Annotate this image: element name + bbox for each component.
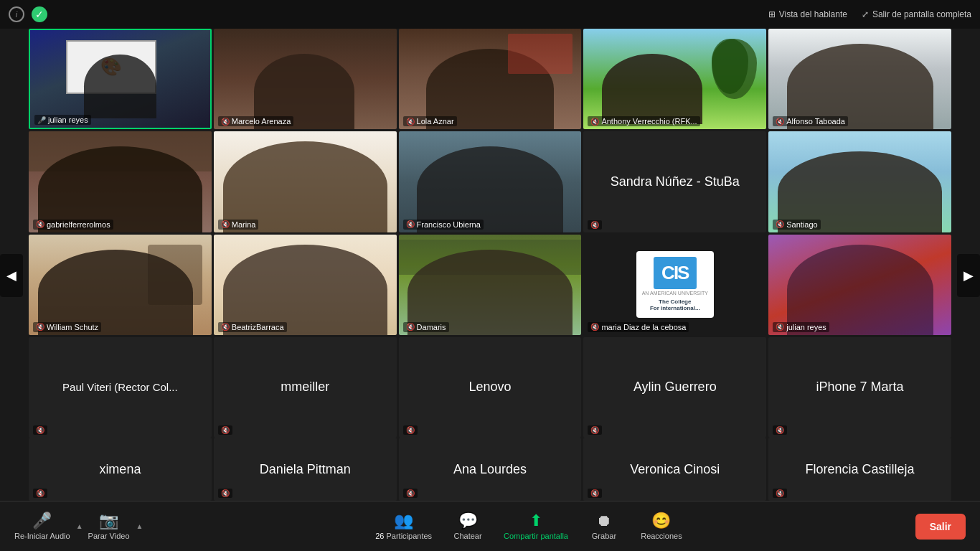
share-screen-btn[interactable]: ⬆ Compartir pantalla [504,513,568,540]
participant-name-beatriz: BeatrizBarraca [232,323,284,331]
participant-label-paul: 🔇 [33,425,47,435]
mute-icon-ximena: 🔇 [36,489,44,497]
participant-label-santiago: 🔇 Santiago [773,220,820,230]
video-cell-damaris[interactable]: 🔇 Damaris [399,235,582,335]
mute-icon-marcelo: 🔇 [221,118,230,126]
mute-icon-beatriz: 🔇 [221,323,230,331]
video-cell-marina[interactable]: 🔇 Marina [214,131,397,232]
record-label: Grabar [592,532,616,540]
fullscreen-btn[interactable]: ⤢ Salir de pantalla completa [862,9,971,19]
exit-button[interactable]: Salir [915,514,966,540]
participant-label-francisco: 🔇 Francisco Ubierna [403,220,484,230]
video-cell-ximena[interactable]: ximena 🔇 [29,438,212,501]
participant-name-francisco: Francisco Ubierna [417,220,481,229]
ximena-name: ximena [92,455,148,484]
reactions-label: Reacciones [641,532,682,540]
mute-icon-mmeiller: 🔇 [221,426,230,434]
video-cell-ana-lourdes[interactable]: Ana Lourdes 🔇 [399,438,582,501]
mute-icon-maria: 🔇 [590,323,599,331]
mute-icon-lenovo: 🔇 [406,426,415,434]
chat-icon: 💬 [458,513,478,529]
mute-icon-william: 🔇 [36,323,44,331]
mute-audio-icon: 🎤 [32,513,52,529]
participant-label-ana: 🔇 [403,489,418,498]
nav-left-arrow[interactable]: ◀ [0,254,23,297]
reactions-btn[interactable]: 😊 Reacciones [640,513,683,540]
mute-icon-veronica: 🔇 [590,489,599,497]
mute-icon-sandra: 🔇 [590,221,599,229]
mute-icon-paul: 🔇 [36,426,44,434]
video-cell-iphone-marta[interactable]: iPhone 7 Marta 🔇 [768,337,951,438]
video-cell-gabriel[interactable]: 🔇 gabrielferrerolmos [29,131,212,232]
lenovo-name: Lenovo [461,372,518,402]
veronica-name: Veronica Cinosi [623,455,727,484]
mute-icon-marina: 🔇 [221,220,230,228]
nav-right-arrow[interactable]: ▶ [957,254,980,297]
video-cell-mmeiller[interactable]: mmeiller 🔇 [214,337,397,438]
video-cell-paul-viteri[interactable]: Paul Viteri (Rector Col... 🔇 [29,337,212,438]
video-btn[interactable]: 📷 Parar Video [88,513,131,540]
video-cell-veronica[interactable]: Veronica Cinosi 🔇 [583,438,766,501]
video-cell-william[interactable]: 🔇 William Schutz [29,235,212,335]
mute-icon-gabriel: 🔇 [36,220,44,228]
participant-name-julian-2: julian reyes [786,323,826,331]
audio-caret[interactable]: ▲ [76,522,83,530]
video-cell-santiago[interactable]: 🔇 Santiago [768,131,951,232]
mute-icon: 🎤 [37,116,46,124]
video-cell-julian-reyes-2[interactable]: 🔇 julian reyes [768,235,951,335]
video-cell-beatriz[interactable]: 🔇 BeatrizBarraca [214,235,397,335]
record-btn[interactable]: ⏺ Grabar [583,513,626,540]
mute-icon-florencia: 🔇 [776,489,784,497]
participants-btn[interactable]: 👥 26 Participantes [375,513,432,540]
participant-name-lola: Lola Aznar [417,117,454,126]
participant-label-florencia: 🔇 [773,489,787,498]
video-cell-florencia[interactable]: Florencia Castilleja 🔇 [768,438,951,501]
participant-label-marina: 🔇 Marina [218,220,259,230]
record-icon: ⏺ [596,513,612,529]
participant-label-marcelo-arenaza: 🔇 Marcelo Arenaza [218,116,294,126]
top-bar-right: ⊞ Vista del hablante ⤢ Salir de pantalla… [768,9,971,19]
video-grid: 🎨 🎤 julian reyes 🔇 Marcelo Arenaza [29,29,951,438]
aylin-name: Aylin Guerrero [626,372,724,402]
video-cell-sandra[interactable]: Sandra Núñez - StuBa 🔇 [583,131,766,232]
participant-label-william: 🔇 William Schutz [33,322,101,332]
participant-label-julian-reyes-1: 🎤 julian reyes [34,115,91,125]
iphone-marta-name: iPhone 7 Marta [809,372,911,402]
speaker-view-label: Vista del hablante [779,9,847,19]
mute-icon-francisco: 🔇 [406,220,415,228]
participant-name-marina: Marina [232,220,256,229]
participant-label-alfonso: 🔇 Alfonso Taboada [773,116,848,126]
video-cell-marcelo-arenaza[interactable]: 🔇 Marcelo Arenaza [214,29,397,129]
video-cell-daniela[interactable]: Daniela Pittman 🔇 [214,438,397,501]
audio-label: Re-Iniciar Audio [14,532,70,540]
participant-name-william: William Schutz [47,323,98,331]
video-label: Parar Video [88,532,130,540]
video-cell-maria-diaz[interactable]: CIS AN AMERICAN UNIVERSITY The CollegeFo… [583,235,766,335]
info-icon[interactable]: i [9,6,24,22]
video-cell-francisco[interactable]: 🔇 Francisco Ubierna [399,131,582,232]
participant-label-gabriel: 🔇 gabrielferrerolmos [33,220,113,230]
bottom-toolbar: 🎤 Re-Iniciar Audio ▲ 📷 Parar Video ▲ 👥 2… [0,501,980,551]
fullscreen-icon: ⤢ [862,9,869,19]
video-cell-alfonso[interactable]: 🔇 Alfonso Taboada [768,29,951,129]
video-caret[interactable]: ▲ [136,522,143,530]
video-cell-lola-aznar[interactable]: 🔇 Lola Aznar [399,29,582,129]
video-cell-aylin[interactable]: Aylin Guerrero 🔇 [583,337,766,438]
speaker-view-btn[interactable]: ⊞ Vista del hablante [768,9,847,19]
audio-btn[interactable]: 🎤 Re-Iniciar Audio [14,513,70,540]
video-icon: 📷 [99,513,118,529]
mute-icon-alfonso: 🔇 [776,118,784,126]
video-cell-lenovo[interactable]: Lenovo 🔇 [399,337,582,438]
participant-label-julian-2: 🔇 julian reyes [773,322,829,332]
video-cell-anthony[interactable]: 🔇 Anthony Verrecchio (RFK... [583,29,766,129]
participant-label-veronica: 🔇 [588,489,602,498]
mute-icon-anthony: 🔇 [590,118,599,126]
chat-btn[interactable]: 💬 Chatear [446,513,489,540]
top-bar-left: i ✓ [9,6,47,22]
main-content: 🎨 🎤 julian reyes 🔇 Marcelo Arenaza [29,29,951,438]
top-bar: i ✓ ⊞ Vista del hablante ⤢ Salir de pant… [0,0,980,29]
video-cell-julian-reyes-1[interactable]: 🎨 🎤 julian reyes [29,29,212,129]
participant-name-gabriel: gabrielferrerolmos [47,220,110,229]
mute-icon-iphone: 🔇 [776,426,784,434]
participant-label-ximena: 🔇 [33,489,47,498]
